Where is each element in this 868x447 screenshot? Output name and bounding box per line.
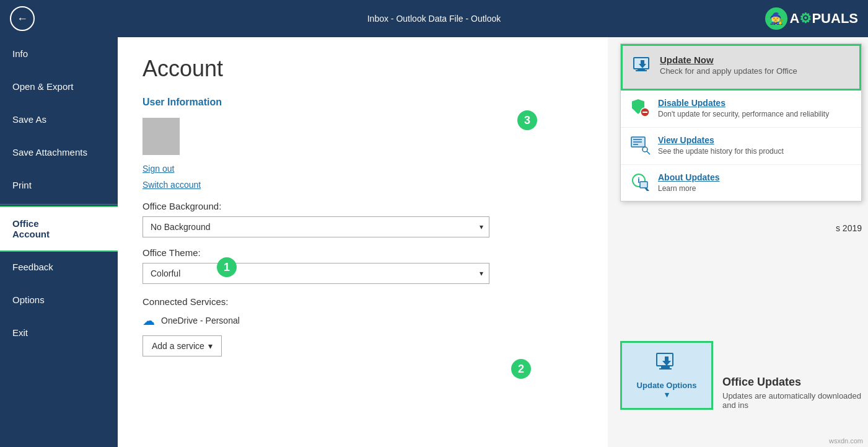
- sidebar-item-exit[interactable]: Exit: [0, 316, 118, 349]
- update-dropdown-menu: Update Now Check for and apply updates f…: [620, 43, 862, 201]
- content-area: Account User Information Sign out Switch…: [118, 37, 608, 447]
- sidebar-item-feedback[interactable]: Feedback: [0, 250, 118, 283]
- user-info-title: User Information: [142, 97, 583, 108]
- sidebar-item-save-attachments[interactable]: Save Attachments: [0, 136, 118, 169]
- update-now-text: Update Now Check for and apply updates f…: [660, 55, 797, 76]
- sidebar-item-office-account[interactable]: OfficeAccount: [0, 207, 118, 250]
- update-now-icon: [633, 56, 652, 80]
- add-service-button[interactable]: Add a service ▾: [142, 335, 222, 356]
- badge-3: 3: [517, 110, 537, 130]
- watermark: wsxdn.com: [829, 437, 863, 445]
- about-updates-title: About Updates: [658, 172, 720, 182]
- view-updates-item[interactable]: View Updates See the update history for …: [621, 128, 861, 165]
- update-now-title: Update Now: [660, 55, 797, 65]
- sign-out-button[interactable]: Sign out: [142, 162, 174, 175]
- product-info: s 2019: [836, 223, 862, 233]
- svg-rect-12: [640, 182, 647, 188]
- onedrive-row: ☁ OneDrive - Personal: [142, 313, 583, 328]
- logo-text: A⚙PUALS: [790, 11, 858, 27]
- connected-services-label: Connected Services:: [142, 296, 583, 307]
- disable-updates-title: Disable Updates: [658, 98, 829, 108]
- about-updates-item[interactable]: i About Updates Learn more: [621, 165, 861, 201]
- disable-updates-desc: Don't update for security, performance a…: [658, 109, 829, 120]
- disable-updates-item[interactable]: Disable Updates Don't update for securit…: [621, 91, 861, 128]
- sidebar-item-open-export[interactable]: Open & Export: [0, 70, 118, 103]
- update-options-icon: [655, 352, 678, 378]
- disable-updates-icon: [631, 98, 651, 118]
- svg-line-11: [647, 151, 650, 154]
- svg-marker-13: [644, 188, 649, 191]
- about-updates-desc: Learn more: [658, 184, 720, 194]
- view-updates-content: View Updates See the update history for …: [658, 135, 784, 157]
- office-background-label: Office Background:: [142, 201, 583, 211]
- onedrive-icon: ☁: [142, 313, 155, 328]
- appuals-logo: 🧙 A⚙PUALS: [765, 7, 858, 30]
- sidebar-item-info[interactable]: Info: [0, 37, 118, 70]
- onedrive-label: OneDrive - Personal: [161, 316, 240, 325]
- add-service-arrow-icon: ▾: [208, 341, 213, 351]
- office-updates-desc: Updates are automatically downloaded and…: [722, 391, 862, 410]
- main-layout: Info Open & Export Save As Save Attachme…: [0, 37, 868, 447]
- right-panel: Update Now Check for and apply updates f…: [608, 37, 868, 447]
- view-updates-title: View Updates: [658, 135, 784, 145]
- office-theme-dropdown-wrapper: Colorful Dark Gray Black White ▾: [142, 263, 489, 284]
- badge-1: 1: [217, 257, 237, 277]
- badge-2: 2: [511, 359, 531, 379]
- logo-icon: 🧙: [765, 7, 787, 30]
- add-service-label: Add a service: [152, 341, 204, 351]
- about-updates-content: About Updates Learn more: [658, 172, 720, 194]
- top-bar: ← Inbox - Outlook Data File - Outlook 🧙 …: [0, 0, 868, 37]
- update-now-desc: Check for and apply updates for Office: [660, 66, 797, 76]
- sidebar: Info Open & Export Save As Save Attachme…: [0, 37, 118, 447]
- sidebar-item-save-as[interactable]: Save As: [0, 103, 118, 136]
- user-avatar: [142, 118, 180, 155]
- update-now-item[interactable]: Update Now Check for and apply updates f…: [621, 44, 861, 91]
- view-updates-icon: [631, 135, 651, 155]
- office-theme-select[interactable]: Colorful Dark Gray Black White: [142, 263, 489, 284]
- office-theme-label: Office Theme:: [142, 247, 583, 258]
- disable-updates-content: Disable Updates Don't update for securit…: [658, 98, 829, 120]
- sidebar-divider: [0, 204, 118, 205]
- sidebar-item-options[interactable]: Options: [0, 283, 118, 316]
- office-updates-info: Office Updates Updates are automatically…: [722, 376, 862, 410]
- top-bar-title: Inbox - Outlook Data File - Outlook: [367, 14, 501, 24]
- office-background-select[interactable]: No Background Calligraphy Circuit Clouds: [142, 216, 489, 237]
- about-updates-icon: i: [631, 172, 651, 192]
- office-background-dropdown-wrapper: No Background Calligraphy Circuit Clouds…: [142, 216, 489, 237]
- svg-rect-2: [636, 70, 647, 71]
- update-options-button[interactable]: Update Options ▾: [620, 341, 713, 410]
- svg-point-10: [642, 147, 647, 152]
- view-updates-desc: See the update history for this product: [658, 146, 784, 157]
- office-updates-title: Office Updates: [722, 376, 862, 389]
- back-button[interactable]: ←: [10, 6, 35, 31]
- switch-account-button[interactable]: Switch account: [142, 179, 201, 191]
- page-title: Account: [142, 56, 583, 82]
- svg-rect-16: [659, 368, 672, 370]
- sidebar-item-print[interactable]: Print: [0, 169, 118, 201]
- product-year: s 2019: [836, 223, 862, 233]
- update-options-label: Update Options ▾: [634, 381, 699, 399]
